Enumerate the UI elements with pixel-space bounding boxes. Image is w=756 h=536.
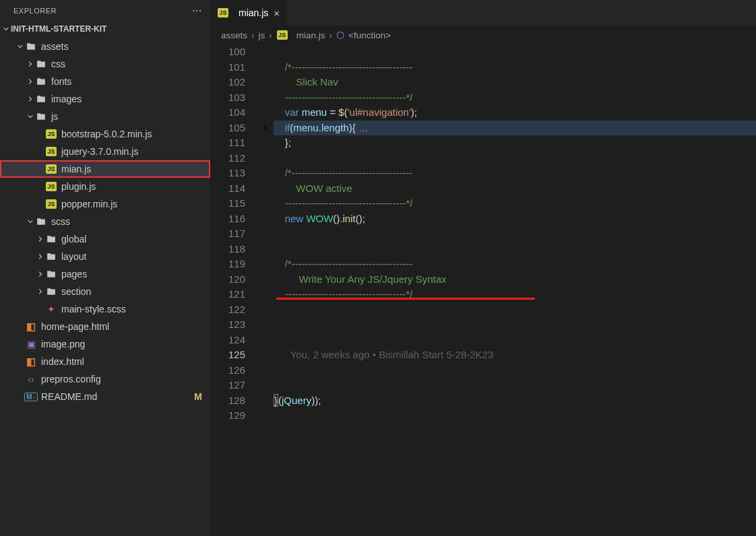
code-line[interactable]: /*------------------------------------ <box>274 257 756 272</box>
breadcrumb-item[interactable]: js <box>259 30 265 40</box>
file-prepros.config[interactable]: ‹›prepros.config <box>0 370 210 388</box>
folder-section[interactable]: section <box>0 283 210 300</box>
folder-icon <box>25 40 37 53</box>
folder-global[interactable]: global <box>0 230 210 248</box>
folder-fonts[interactable]: fonts <box>0 73 210 90</box>
code-line[interactable]: new WOW().init(); <box>274 211 756 227</box>
chevron-down-icon <box>26 217 35 226</box>
folder-js[interactable]: js <box>0 108 210 125</box>
file-main-style.scss[interactable]: ✦main-style.scss <box>0 300 210 318</box>
tree-label: main-style.scss <box>61 304 126 314</box>
file-index.html[interactable]: ◧index.html <box>0 353 210 370</box>
fold-column[interactable] <box>256 44 274 536</box>
tree-label: bootstrap-5.0.2.min.js <box>61 129 152 139</box>
code-line[interactable]: var menu = $('ul#navigation'); <box>274 105 756 121</box>
file-plugin.js[interactable]: JSplugin.js <box>0 178 210 195</box>
img-file-icon: ▣ <box>25 338 37 350</box>
code-line[interactable]: Slick Nav <box>274 75 756 90</box>
code-line[interactable] <box>274 302 756 318</box>
tree-label: global <box>61 234 86 244</box>
file-README.md[interactable]: M↓README.mdM <box>0 388 210 405</box>
code-line[interactable] <box>274 44 756 60</box>
chevron-down-icon <box>15 42 25 51</box>
folder-images[interactable]: images <box>0 90 210 108</box>
code-line[interactable]: /*------------------------------------ <box>274 60 756 75</box>
code-line[interactable]: /*------------------------------------ <box>274 166 756 181</box>
code-line[interactable]: }; <box>274 135 756 151</box>
folder-assets[interactable]: assets <box>0 38 210 55</box>
breadcrumb-item[interactable]: <function> <box>348 30 391 40</box>
file-popper.min.js[interactable]: JSpopper.min.js <box>0 195 210 213</box>
chevron-right-icon <box>36 269 45 279</box>
tree-label: layout <box>61 251 86 262</box>
tree-label: plugin.js <box>61 181 96 192</box>
js-file-icon: JS <box>45 163 57 175</box>
tree-label: mian.js <box>61 164 91 174</box>
project-root[interactable]: INIT-HTML-STARTER-KIT <box>0 20 210 38</box>
cfg-file-icon: ‹› <box>25 373 37 385</box>
code-line[interactable] <box>274 151 756 166</box>
code-line[interactable]: Write Your Any JS/Jquery Syntax <box>274 272 756 288</box>
code-line[interactable]: ------------------------------------*/ <box>274 196 756 211</box>
file-bootstrap-5.0.2.min.js[interactable]: JSbootstrap-5.0.2.min.js <box>0 125 210 143</box>
breadcrumb-item[interactable]: mian.js <box>296 30 325 40</box>
tab-mian-js[interactable]: JS mian.js × <box>210 0 287 26</box>
code-line[interactable] <box>274 317 756 333</box>
js-file-icon: JS <box>45 198 57 210</box>
folder-icon <box>35 215 47 228</box>
tab-bar: JS mian.js × <box>210 0 756 26</box>
code-line[interactable]: WOW active <box>274 181 756 197</box>
code-line[interactable] <box>274 363 756 378</box>
fold-icon[interactable] <box>256 121 274 136</box>
tree-label: images <box>51 94 82 104</box>
js-file-icon: JS <box>276 29 288 41</box>
chevron-right-icon <box>36 287 45 296</box>
folder-icon <box>35 58 47 70</box>
code-line[interactable]: ------------------------------------*/ <box>274 90 756 106</box>
tree-label: home-page.html <box>41 321 109 332</box>
tree-label: section <box>61 286 91 297</box>
code-line[interactable] <box>274 242 756 257</box>
editor-pane: JS mian.js × assets›js›JSmian.js›⬡<funct… <box>210 0 756 536</box>
file-image.png[interactable]: ▣image.png <box>0 335 210 353</box>
explorer-title: EXPLORER <box>13 7 57 15</box>
tree-label: image.png <box>41 339 85 349</box>
code-lines[interactable]: /*------------------------------------ S… <box>274 44 756 536</box>
line-gutter: 1001011021031041051111121131141151161171… <box>210 44 256 536</box>
chevron-right-icon: › <box>269 30 272 40</box>
md-file-icon: M↓ <box>25 391 37 403</box>
code-area[interactable]: 1001011021031041051111121131141151161171… <box>210 44 756 536</box>
file-jquery-3.7.0.min.js[interactable]: JSjquery-3.7.0.min.js <box>0 143 210 160</box>
folder-icon <box>35 93 47 105</box>
chevron-right-icon <box>36 252 45 261</box>
code-line[interactable]: if(menu.length){ … <box>274 121 756 136</box>
code-line[interactable]: You, 2 weeks ago • Bismillah Start 5-28-… <box>274 347 756 363</box>
file-mian.js[interactable]: JSmian.js <box>0 160 210 178</box>
code-line[interactable] <box>274 408 756 424</box>
chevron-right-icon: › <box>329 30 333 40</box>
project-name: INIT-HTML-STARTER-KIT <box>11 24 106 34</box>
tree-label: css <box>51 59 65 69</box>
close-icon[interactable]: × <box>274 7 280 19</box>
tree-label: scss <box>51 216 70 227</box>
tree-label: prepros.config <box>41 374 101 384</box>
breadcrumb[interactable]: assets›js›JSmian.js›⬡<function> <box>210 26 756 44</box>
folder-pages[interactable]: pages <box>0 265 210 283</box>
folder-css[interactable]: css <box>0 55 210 73</box>
breadcrumb-item[interactable]: assets <box>221 30 247 40</box>
folder-layout[interactable]: layout <box>0 248 210 265</box>
file-home-page.html[interactable]: ◧home-page.html <box>0 318 210 335</box>
scss-file-icon: ✦ <box>45 303 57 315</box>
chevron-right-icon <box>26 77 35 86</box>
code-line[interactable] <box>274 333 756 348</box>
folder-icon <box>45 286 57 298</box>
code-line[interactable]: ------------------------------------*/ <box>274 287 756 302</box>
scm-badge: M <box>194 391 202 402</box>
tree-label: assets <box>41 41 68 52</box>
more-icon[interactable]: ··· <box>192 5 202 16</box>
code-line[interactable] <box>274 226 756 242</box>
code-line[interactable] <box>274 378 756 393</box>
code-line[interactable]: }(jQuery)); <box>274 393 756 409</box>
folder-scss[interactable]: scss <box>0 213 210 230</box>
js-file-icon: JS <box>217 7 229 19</box>
